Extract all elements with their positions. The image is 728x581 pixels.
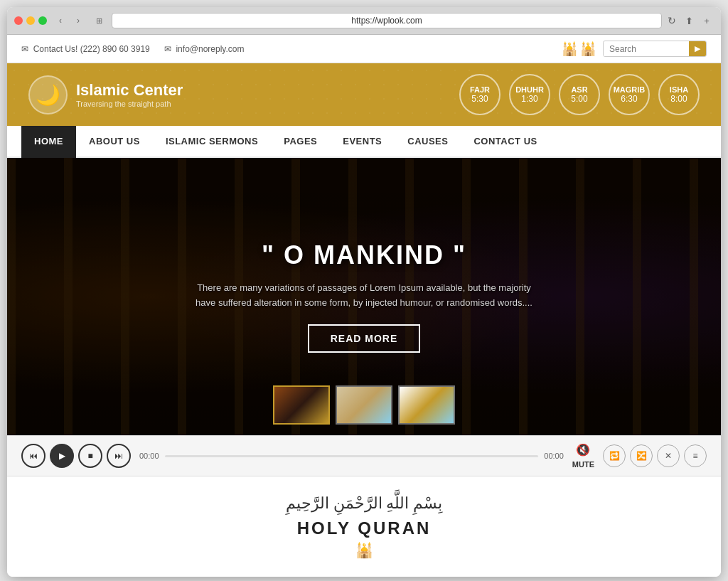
thumb-image-2	[337, 387, 391, 423]
hero-description: There are many variations of passages of…	[186, 281, 542, 311]
read-more-button[interactable]: READ MORE	[308, 324, 421, 353]
nav-item-events[interactable]: EVENTS	[330, 126, 395, 158]
playlist-button[interactable]: ≡	[684, 444, 707, 467]
next-button[interactable]: ⏭	[107, 444, 131, 468]
holy-quran-title: HOLY QURAN	[25, 518, 703, 538]
player-controls: ⏮ ▶ ■ ⏭	[21, 444, 131, 468]
play-button[interactable]: ▶	[50, 444, 74, 468]
stop-button[interactable]: ■	[78, 444, 102, 468]
mute-section: 🔇 MUTE	[572, 443, 594, 469]
mute-label: MUTE	[572, 460, 594, 469]
site-tagline: Traversing the straight path	[76, 100, 183, 108]
nav-item-pages[interactable]: PAGES	[271, 126, 330, 158]
logo-text: Islamic Center Traversing the straight p…	[76, 81, 183, 108]
mosque-icon-1: 🕌	[562, 41, 577, 57]
top-info-bar: ✉ Contact Us! (222) 890 60 3919 ✉ info@n…	[7, 35, 721, 63]
thumb-image-3	[400, 387, 454, 423]
browser-nav-buttons: ‹ ›	[53, 13, 86, 28]
browser-actions: ⬆ +	[682, 14, 714, 28]
hero-section: " O MANKIND " There are many variations …	[7, 158, 721, 435]
prayer-fajr: FAJR 5:30	[459, 74, 500, 115]
extra-controls: 🔁 🔀 ✕ ≡	[603, 444, 707, 467]
prayer-dhuhr: DHUHR 1:30	[509, 74, 550, 115]
contact-phone: ✉ Contact Us! (222) 890 60 3919	[21, 44, 150, 54]
shuffle-button[interactable]: 🔀	[630, 444, 653, 467]
mosque-icons: 🕌 🕌	[562, 41, 596, 57]
address-bar[interactable]: https://wplook.com	[112, 13, 662, 28]
contact-email: ✉ info@noreply.com	[164, 44, 245, 54]
prayer-asr: ASR 5:00	[559, 74, 600, 115]
prev-button[interactable]: ⏮	[21, 444, 46, 468]
search-button[interactable]: ▶	[689, 41, 706, 56]
thumb-image-1	[274, 387, 328, 423]
email-icon-2: ✉	[164, 44, 171, 54]
new-tab-button[interactable]: +	[700, 14, 714, 28]
arabic-text: بِسْمِ اللَّهِ الرَّحْمَنِ الرَّحِيمِ	[25, 494, 703, 513]
thumb-3[interactable]	[398, 385, 455, 425]
main-nav: HOME ABOUT US ISLAMIC SERMONS PAGES EVEN…	[7, 126, 721, 158]
site-name: Islamic Center	[76, 81, 183, 100]
logo-area: 🌙 Islamic Center Traversing the straight…	[28, 75, 183, 114]
prayer-isha: ISHA 8:00	[658, 74, 700, 115]
traffic-lights	[14, 16, 47, 25]
nav-item-sermons[interactable]: ISLAMIC SERMONS	[153, 126, 271, 158]
browser-chrome: ‹ › ⊞ https://wplook.com ↻ ⬆ +	[7, 7, 721, 35]
thumb-1[interactable]	[273, 385, 330, 425]
share-button[interactable]: ⬆	[682, 14, 696, 28]
nav-item-home[interactable]: HOME	[21, 126, 76, 158]
maximize-button[interactable]	[38, 16, 47, 25]
thumb-2[interactable]	[336, 385, 392, 425]
nav-item-causes[interactable]: CAUSES	[395, 126, 461, 158]
progress-area: 00:00 00:00	[139, 452, 564, 460]
hero-quote: " O MANKIND "	[186, 240, 542, 270]
forward-button[interactable]: ›	[70, 13, 86, 28]
minimize-button[interactable]	[26, 16, 35, 25]
logo-icon: 🌙	[28, 75, 68, 114]
prayer-times: FAJR 5:30 DHUHR 1:30 ASR 5:00 MAGRIB 6:3…	[459, 74, 700, 115]
window-resize-button[interactable]: ⊞	[92, 14, 106, 28]
search-box[interactable]: ▶	[603, 41, 707, 57]
back-button[interactable]: ‹	[53, 13, 68, 28]
quran-section: بِسْمِ اللَّهِ الرَّحْمَنِ الرَّحِيمِ HO…	[7, 476, 721, 577]
nav-item-contact[interactable]: CONTACT US	[461, 126, 550, 158]
top-bar-right: 🕌 🕌 ▶	[562, 41, 707, 57]
reload-icon[interactable]: ↻	[668, 15, 676, 26]
quran-mosque-icon: 🕌	[25, 542, 703, 559]
hero-content: " O MANKIND " There are many variations …	[186, 240, 542, 353]
volume-icon: 🔇	[576, 443, 590, 457]
progress-bar[interactable]	[165, 455, 539, 457]
media-player: ⏮ ▶ ■ ⏭ 00:00 00:00 🔇 MUTE 🔁 🔀 ✕ ≡	[7, 435, 721, 476]
search-input[interactable]	[604, 42, 689, 56]
contact-info: ✉ Contact Us! (222) 890 60 3919 ✉ info@n…	[21, 44, 244, 54]
nav-item-about[interactable]: ABOUT US	[76, 126, 153, 158]
site-header: 🌙 Islamic Center Traversing the straight…	[7, 63, 721, 126]
close-player-button[interactable]: ✕	[657, 444, 680, 467]
time-end: 00:00	[544, 452, 564, 460]
thumbnail-strip	[273, 385, 455, 425]
prayer-magrib: MAGRIB 6:30	[609, 74, 650, 115]
mosque-icon-2: 🕌	[580, 41, 596, 57]
time-start: 00:00	[139, 452, 159, 460]
close-button[interactable]	[14, 16, 23, 25]
repeat-button[interactable]: 🔁	[603, 444, 626, 467]
email-icon: ✉	[21, 44, 28, 54]
